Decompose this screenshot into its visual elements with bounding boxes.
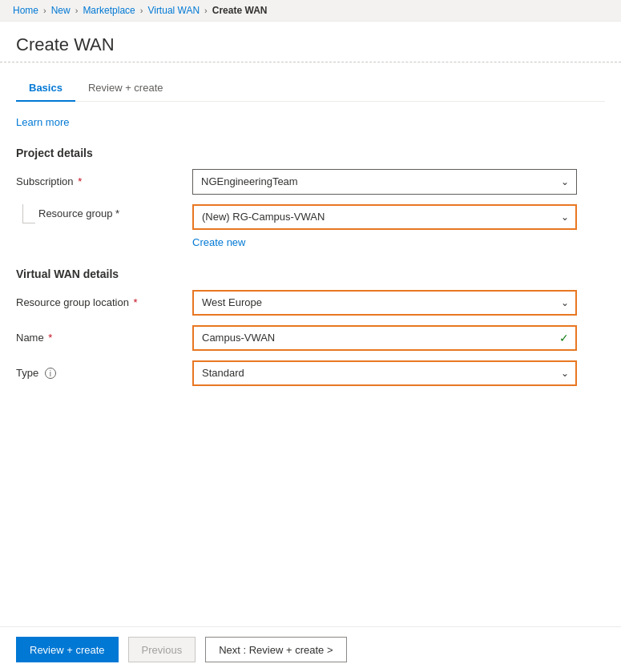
type-select-wrapper: Standard ⌄ <box>192 360 577 386</box>
tabs: Basics Review + create <box>16 75 605 102</box>
name-control: Campus-VWAN ✓ <box>192 325 577 351</box>
name-select[interactable]: Campus-VWAN <box>192 325 577 351</box>
resource-group-label-area: Resource group * <box>16 204 192 223</box>
tab-basics[interactable]: Basics <box>16 75 75 102</box>
breadcrumb-new[interactable]: New <box>51 5 71 16</box>
subscription-row: Subscription * NGEngineeringTeam ⌄ <box>16 169 605 195</box>
breadcrumb-sep-1: › <box>43 6 46 15</box>
breadcrumb: Home › New › Marketplace › Virtual WAN ›… <box>0 0 621 22</box>
location-control: West Europe ⌄ <box>192 290 577 316</box>
previous-button: Previous <box>128 637 196 662</box>
next-button[interactable]: Next : Review + create > <box>205 637 346 662</box>
name-label: Name * <box>16 332 192 344</box>
project-details-section: Project details Subscription * NGEnginee… <box>16 147 605 248</box>
project-details-header: Project details <box>16 147 605 159</box>
resource-group-select[interactable]: (New) RG-Campus-VWAN <box>192 204 577 230</box>
location-select[interactable]: West Europe <box>192 290 577 316</box>
resource-group-select-wrapper: (New) RG-Campus-VWAN ⌄ <box>192 204 577 230</box>
page-title-section: Create WAN <box>0 22 621 62</box>
subscription-control: NGEngineeringTeam ⌄ <box>192 169 577 195</box>
location-required: * <box>131 296 138 308</box>
breadcrumb-home[interactable]: Home <box>13 5 38 16</box>
resource-group-label: Resource group * <box>38 207 119 219</box>
resource-group-row: Resource group * (New) RG-Campus-VWAN ⌄ <box>16 204 605 230</box>
type-label: Type i <box>16 367 192 380</box>
breadcrumb-marketplace[interactable]: Marketplace <box>83 5 135 16</box>
name-row: Name * Campus-VWAN ✓ <box>16 325 605 351</box>
subscription-select[interactable]: NGEngineeringTeam <box>192 169 577 195</box>
learn-more-link[interactable]: Learn more <box>16 116 69 128</box>
review-create-button[interactable]: Review + create <box>16 637 119 662</box>
breadcrumb-sep-2: › <box>75 6 79 15</box>
resource-group-required: * <box>113 207 120 219</box>
breadcrumb-virtual-wan[interactable]: Virtual WAN <box>147 5 200 16</box>
breadcrumb-current: Create WAN <box>212 5 268 16</box>
breadcrumb-sep-4: › <box>204 6 208 15</box>
type-control: Standard ⌄ <box>192 360 577 386</box>
indent-line <box>22 204 35 223</box>
type-info-icon[interactable]: i <box>45 368 56 379</box>
name-select-wrapper: Campus-VWAN ✓ <box>192 325 577 351</box>
location-select-wrapper: West Europe ⌄ <box>192 290 577 316</box>
page-title: Create WAN <box>16 34 605 55</box>
location-label: Resource group location * <box>16 296 192 308</box>
type-row: Type i Standard ⌄ <box>16 360 605 386</box>
create-new-link[interactable]: Create new <box>192 236 245 248</box>
subscription-select-wrapper: NGEngineeringTeam ⌄ <box>192 169 577 195</box>
name-required: * <box>46 332 53 344</box>
tab-review-create[interactable]: Review + create <box>75 75 176 102</box>
resource-group-control: (New) RG-Campus-VWAN ⌄ <box>192 204 577 230</box>
subscription-required: * <box>75 175 83 187</box>
action-bar: Review + create Previous Next : Review +… <box>0 626 621 672</box>
location-row: Resource group location * West Europe ⌄ <box>16 290 605 316</box>
virtual-wan-details-section: Virtual WAN details Resource group locat… <box>16 268 605 386</box>
type-select[interactable]: Standard <box>192 360 577 386</box>
main-content: Basics Review + create Learn more Projec… <box>0 62 621 474</box>
breadcrumb-sep-3: › <box>140 6 143 15</box>
subscription-label: Subscription * <box>16 175 192 187</box>
description-text: Learn more <box>16 115 605 131</box>
virtual-wan-details-header: Virtual WAN details <box>16 268 605 280</box>
